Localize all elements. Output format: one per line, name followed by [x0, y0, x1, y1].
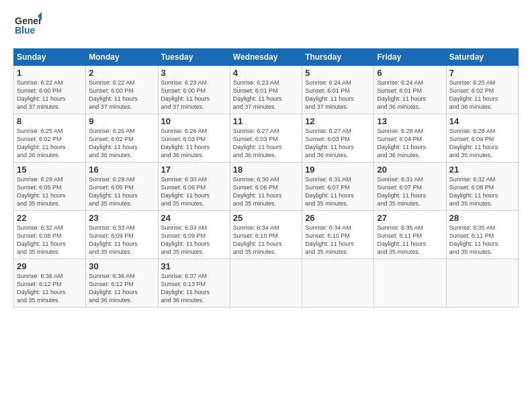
calendar-cell: 13Sunrise: 6:28 AMSunset: 6:04 PMDayligh… [374, 114, 446, 163]
calendar-cell [302, 259, 374, 308]
day-info: Sunrise: 6:22 AMSunset: 6:00 PMDaylight:… [17, 79, 83, 111]
calendar-cell: 1Sunrise: 6:22 AMSunset: 6:00 PMDaylight… [14, 66, 86, 114]
day-info: Sunrise: 6:33 AMSunset: 6:09 PMDaylight:… [89, 224, 154, 257]
day-number: 9 [89, 116, 154, 126]
day-info: Sunrise: 6:25 AMSunset: 6:02 PMDaylight:… [449, 79, 515, 111]
day-info: Sunrise: 6:32 AMSunset: 6:08 PMDaylight:… [449, 175, 515, 208]
day-number: 30 [89, 261, 154, 271]
col-wednesday: Wednesday [230, 49, 302, 66]
day-number: 29 [17, 261, 83, 271]
day-info: Sunrise: 6:37 AMSunset: 6:13 PMDaylight:… [161, 272, 227, 305]
week-row-5: 29Sunrise: 6:36 AMSunset: 6:12 PMDayligh… [14, 259, 519, 308]
day-info: Sunrise: 6:31 AMSunset: 6:07 PMDaylight:… [377, 175, 443, 208]
calendar-cell: 17Sunrise: 6:30 AMSunset: 6:06 PMDayligh… [158, 163, 230, 211]
header: General Blue [13, 11, 519, 42]
calendar-cell [446, 259, 518, 308]
day-number: 7 [449, 68, 515, 78]
day-number: 2 [89, 68, 154, 78]
col-thursday: Thursday [302, 49, 374, 66]
calendar-cell: 31Sunrise: 6:37 AMSunset: 6:13 PMDayligh… [158, 259, 230, 308]
day-info: Sunrise: 6:35 AMSunset: 6:11 PMDaylight:… [449, 224, 515, 257]
day-info: Sunrise: 6:26 AMSunset: 6:02 PMDaylight:… [89, 127, 154, 160]
day-info: Sunrise: 6:29 AMSunset: 6:05 PMDaylight:… [17, 175, 83, 208]
col-sunday: Sunday [14, 49, 86, 66]
calendar-cell: 14Sunrise: 6:28 AMSunset: 6:04 PMDayligh… [446, 114, 518, 163]
day-number: 8 [17, 116, 83, 126]
day-info: Sunrise: 6:24 AMSunset: 6:01 PMDaylight:… [377, 79, 443, 111]
day-info: Sunrise: 6:23 AMSunset: 6:00 PMDaylight:… [161, 79, 227, 111]
calendar-cell [230, 259, 302, 308]
day-info: Sunrise: 6:30 AMSunset: 6:06 PMDaylight:… [233, 175, 299, 208]
day-number: 15 [17, 165, 83, 175]
day-info: Sunrise: 6:34 AMSunset: 6:10 PMDaylight:… [305, 224, 371, 257]
calendar-cell: 22Sunrise: 6:32 AMSunset: 6:08 PMDayligh… [14, 211, 86, 259]
calendar-header-row: Sunday Monday Tuesday Wednesday Thursday… [14, 49, 519, 66]
day-number: 12 [305, 116, 371, 126]
calendar-cell: 21Sunrise: 6:32 AMSunset: 6:08 PMDayligh… [446, 163, 518, 211]
calendar-cell: 11Sunrise: 6:27 AMSunset: 6:03 PMDayligh… [230, 114, 302, 163]
calendar-cell: 18Sunrise: 6:30 AMSunset: 6:06 PMDayligh… [230, 163, 302, 211]
day-info: Sunrise: 6:26 AMSunset: 6:03 PMDaylight:… [161, 127, 227, 160]
calendar-cell: 25Sunrise: 6:34 AMSunset: 6:10 PMDayligh… [230, 211, 302, 259]
day-info: Sunrise: 6:33 AMSunset: 6:09 PMDaylight:… [161, 224, 227, 257]
day-number: 22 [17, 213, 83, 223]
calendar-cell: 15Sunrise: 6:29 AMSunset: 6:05 PMDayligh… [14, 163, 86, 211]
day-info: Sunrise: 6:27 AMSunset: 6:03 PMDaylight:… [233, 127, 299, 160]
calendar-cell: 4Sunrise: 6:23 AMSunset: 6:01 PMDaylight… [230, 66, 302, 114]
week-row-4: 22Sunrise: 6:32 AMSunset: 6:08 PMDayligh… [14, 211, 519, 259]
calendar-cell: 28Sunrise: 6:35 AMSunset: 6:11 PMDayligh… [446, 211, 518, 259]
day-number: 21 [449, 165, 515, 175]
day-number: 31 [161, 261, 227, 271]
calendar-cell: 3Sunrise: 6:23 AMSunset: 6:00 PMDaylight… [158, 66, 230, 114]
calendar-cell: 29Sunrise: 6:36 AMSunset: 6:12 PMDayligh… [14, 259, 86, 308]
day-info: Sunrise: 6:35 AMSunset: 6:11 PMDaylight:… [377, 224, 443, 257]
page: General Blue Sunday Monday Tuesday Wedne… [0, 0, 532, 411]
day-number: 26 [305, 213, 371, 223]
week-row-3: 15Sunrise: 6:29 AMSunset: 6:05 PMDayligh… [14, 163, 519, 211]
calendar-cell: 6Sunrise: 6:24 AMSunset: 6:01 PMDaylight… [374, 66, 446, 114]
day-number: 13 [377, 116, 443, 126]
day-info: Sunrise: 6:31 AMSunset: 6:07 PMDaylight:… [305, 175, 371, 208]
week-row-1: 1Sunrise: 6:22 AMSunset: 6:00 PMDaylight… [14, 66, 519, 114]
day-info: Sunrise: 6:29 AMSunset: 6:05 PMDaylight:… [89, 175, 154, 208]
col-tuesday: Tuesday [158, 49, 230, 66]
day-info: Sunrise: 6:28 AMSunset: 6:04 PMDaylight:… [449, 127, 515, 160]
day-info: Sunrise: 6:22 AMSunset: 6:00 PMDaylight:… [89, 79, 154, 111]
logo-icon: General Blue [13, 11, 42, 39]
calendar-cell: 20Sunrise: 6:31 AMSunset: 6:07 PMDayligh… [374, 163, 446, 211]
calendar-cell: 26Sunrise: 6:34 AMSunset: 6:10 PMDayligh… [302, 211, 374, 259]
day-number: 23 [89, 213, 154, 223]
calendar-table: Sunday Monday Tuesday Wednesday Thursday… [13, 48, 519, 308]
day-info: Sunrise: 6:27 AMSunset: 6:03 PMDaylight:… [305, 127, 371, 160]
calendar-cell [374, 259, 446, 308]
day-info: Sunrise: 6:30 AMSunset: 6:06 PMDaylight:… [161, 175, 227, 208]
day-number: 14 [449, 116, 515, 126]
calendar-cell: 5Sunrise: 6:24 AMSunset: 6:01 PMDaylight… [302, 66, 374, 114]
calendar-cell: 30Sunrise: 6:36 AMSunset: 6:12 PMDayligh… [86, 259, 158, 308]
day-number: 20 [377, 165, 443, 175]
calendar-cell: 8Sunrise: 6:25 AMSunset: 6:02 PMDaylight… [14, 114, 86, 163]
day-number: 28 [449, 213, 515, 223]
col-friday: Friday [374, 49, 446, 66]
day-info: Sunrise: 6:23 AMSunset: 6:01 PMDaylight:… [233, 79, 299, 111]
week-row-2: 8Sunrise: 6:25 AMSunset: 6:02 PMDaylight… [14, 114, 519, 163]
day-number: 25 [233, 213, 299, 223]
day-number: 24 [161, 213, 227, 223]
day-info: Sunrise: 6:32 AMSunset: 6:08 PMDaylight:… [17, 224, 83, 257]
day-number: 16 [89, 165, 154, 175]
day-number: 4 [233, 68, 299, 78]
svg-text:Blue: Blue [15, 25, 36, 36]
day-info: Sunrise: 6:36 AMSunset: 6:12 PMDaylight:… [89, 272, 154, 305]
calendar-cell: 27Sunrise: 6:35 AMSunset: 6:11 PMDayligh… [374, 211, 446, 259]
day-info: Sunrise: 6:24 AMSunset: 6:01 PMDaylight:… [305, 79, 371, 111]
calendar-cell: 24Sunrise: 6:33 AMSunset: 6:09 PMDayligh… [158, 211, 230, 259]
col-monday: Monday [86, 49, 158, 66]
day-number: 5 [305, 68, 371, 78]
day-number: 27 [377, 213, 443, 223]
calendar-cell: 9Sunrise: 6:26 AMSunset: 6:02 PMDaylight… [86, 114, 158, 163]
day-number: 6 [377, 68, 443, 78]
day-info: Sunrise: 6:36 AMSunset: 6:12 PMDaylight:… [17, 272, 83, 305]
calendar-cell: 12Sunrise: 6:27 AMSunset: 6:03 PMDayligh… [302, 114, 374, 163]
day-info: Sunrise: 6:28 AMSunset: 6:04 PMDaylight:… [377, 127, 443, 160]
calendar-cell: 2Sunrise: 6:22 AMSunset: 6:00 PMDaylight… [86, 66, 158, 114]
